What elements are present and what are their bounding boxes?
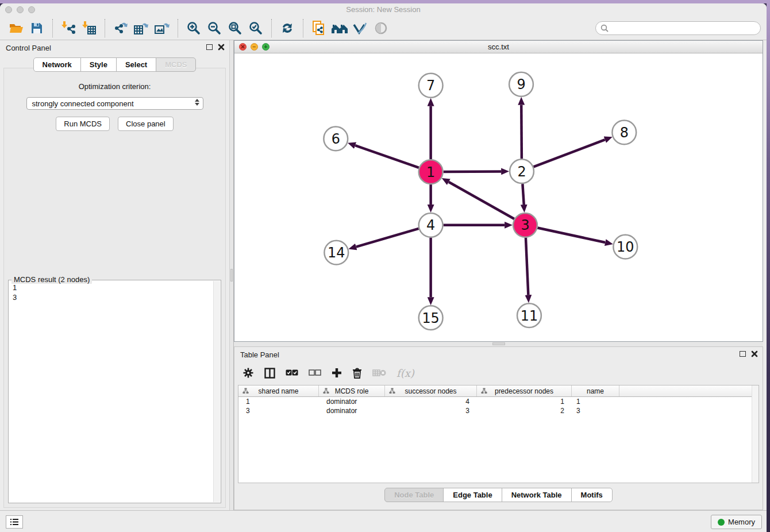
zoom-out-icon[interactable] bbox=[204, 18, 225, 38]
graph-edge-3-10[interactable] bbox=[537, 228, 605, 242]
export-network-icon[interactable] bbox=[110, 18, 131, 38]
column-header-mcds-role[interactable]: MCDS role bbox=[319, 385, 385, 396]
table-cell[interactable]: 1 bbox=[238, 397, 319, 406]
graph-node-1[interactable]: 1 bbox=[419, 160, 443, 184]
table-row[interactable]: 1dominator411 bbox=[238, 397, 759, 406]
run-mcds-button[interactable]: Run MCDS bbox=[56, 117, 110, 131]
table-cell[interactable]: 2 bbox=[477, 406, 572, 415]
column-header-shared-name[interactable]: shared name bbox=[238, 385, 319, 396]
mcds-result-scrollbar[interactable] bbox=[213, 281, 220, 502]
close-window-icon[interactable] bbox=[5, 6, 12, 13]
network-maximize-icon[interactable]: + bbox=[262, 43, 270, 51]
zoom-in-icon[interactable] bbox=[183, 18, 204, 38]
first-neighbors-icon[interactable] bbox=[329, 18, 350, 38]
table-cell[interactable]: 1 bbox=[572, 397, 619, 406]
graph-edge-2-8[interactable] bbox=[533, 140, 605, 167]
graph-edge-1-2[interactable] bbox=[444, 171, 502, 172]
save-session-icon[interactable] bbox=[26, 18, 47, 38]
tab-node-table[interactable]: Node Table bbox=[384, 488, 444, 502]
minimize-window-icon[interactable] bbox=[17, 6, 24, 13]
export-table-icon[interactable] bbox=[131, 18, 152, 38]
tab-network-table[interactable]: Network Table bbox=[502, 488, 572, 502]
graph-node-14[interactable]: 14 bbox=[324, 241, 348, 265]
table-cell[interactable]: 3 bbox=[238, 406, 319, 415]
export-image-icon[interactable] bbox=[152, 18, 172, 38]
splitter-handle[interactable] bbox=[492, 342, 505, 345]
graph-node-10[interactable]: 10 bbox=[613, 235, 637, 259]
table-scrollbar[interactable] bbox=[752, 385, 759, 483]
desktop-background-right bbox=[767, 0, 770, 532]
table-cell[interactable]: 4 bbox=[385, 397, 477, 406]
graph-node-2[interactable]: 2 bbox=[510, 159, 534, 183]
task-history-button[interactable] bbox=[6, 515, 23, 529]
graph-node-7[interactable]: 7 bbox=[419, 74, 443, 98]
tab-edge-table[interactable]: Edge Table bbox=[443, 488, 502, 502]
network-minimize-icon[interactable]: − bbox=[251, 43, 258, 51]
tab-mcds[interactable]: MCDS bbox=[156, 57, 196, 72]
memory-button[interactable]: Memory bbox=[711, 515, 762, 529]
column-type-icon bbox=[481, 388, 487, 394]
graph-edge-3-11[interactable] bbox=[526, 238, 528, 295]
float-panel-icon[interactable] bbox=[206, 44, 213, 50]
graph-node-9[interactable]: 9 bbox=[509, 72, 533, 97]
duplicate-network-icon[interactable] bbox=[309, 18, 329, 38]
network-graph[interactable]: 7968124314101511 bbox=[234, 53, 763, 341]
graph-node-4[interactable]: 4 bbox=[419, 213, 443, 237]
table-cell[interactable]: 1 bbox=[477, 397, 572, 406]
splitter-handle[interactable] bbox=[230, 269, 233, 282]
optimization-criterion-select[interactable]: strongly connected component bbox=[26, 97, 203, 110]
optimization-criterion-label: Optimization criterion: bbox=[4, 82, 225, 91]
close-panel-icon[interactable] bbox=[751, 350, 758, 357]
select-all-icon[interactable] bbox=[286, 369, 298, 376]
network-window-titlebar[interactable]: ✕ − + scc.txt bbox=[234, 41, 763, 53]
graph-edge-2-9[interactable] bbox=[521, 105, 522, 159]
delete-row-icon[interactable] bbox=[352, 368, 362, 379]
network-canvas[interactable]: 7968124314101511 bbox=[234, 53, 763, 341]
graph-edge-3-1[interactable] bbox=[449, 182, 514, 219]
tab-style[interactable]: Style bbox=[80, 57, 117, 72]
maximize-window-icon[interactable] bbox=[28, 6, 35, 13]
tab-network[interactable]: Network bbox=[33, 57, 81, 72]
table-cell[interactable]: dominator bbox=[319, 397, 385, 406]
graph-node-6[interactable]: 6 bbox=[324, 126, 348, 151]
table-cell[interactable]: 3 bbox=[572, 406, 619, 415]
column-header-successor-nodes[interactable]: successor nodes bbox=[385, 385, 477, 396]
graph-node-8[interactable]: 8 bbox=[612, 121, 636, 145]
float-panel-icon[interactable] bbox=[740, 351, 746, 357]
mcds-result-list[interactable]: 13 bbox=[9, 281, 213, 502]
vertical-splitter[interactable] bbox=[229, 40, 234, 510]
mcds-result-item[interactable]: 1 bbox=[13, 283, 209, 292]
search-input[interactable] bbox=[611, 24, 756, 32]
mcds-result-item[interactable]: 3 bbox=[13, 292, 209, 302]
graph-edge-1-6[interactable] bbox=[355, 145, 419, 168]
show-column-icon[interactable] bbox=[264, 368, 275, 379]
node-table[interactable]: shared name MCDS role successor nodes bbox=[238, 385, 759, 483]
column-header-name[interactable]: name bbox=[572, 385, 619, 396]
tab-motifs[interactable]: Motifs bbox=[571, 488, 613, 502]
column-header-predecessor-nodes[interactable]: predecessor nodes bbox=[477, 385, 572, 396]
graph-node-11[interactable]: 11 bbox=[517, 303, 541, 327]
table-row[interactable]: 3dominator323 bbox=[238, 406, 759, 415]
horizontal-splitter[interactable] bbox=[234, 342, 763, 346]
import-network-icon[interactable] bbox=[58, 18, 79, 38]
tab-select[interactable]: Select bbox=[116, 57, 156, 72]
table-cell[interactable]: 3 bbox=[385, 406, 477, 415]
open-session-icon[interactable] bbox=[6, 18, 26, 38]
deselect-all-icon[interactable] bbox=[309, 369, 321, 376]
hide-selected-icon[interactable] bbox=[350, 18, 371, 38]
apply-layout-icon[interactable] bbox=[277, 18, 298, 38]
graph-edge-4-14[interactable] bbox=[356, 229, 419, 247]
table-cell[interactable]: dominator bbox=[319, 406, 385, 415]
search-box[interactable] bbox=[595, 21, 761, 35]
zoom-fit-icon[interactable] bbox=[225, 18, 245, 38]
graph-node-3[interactable]: 3 bbox=[513, 213, 537, 237]
zoom-selected-icon[interactable] bbox=[245, 18, 266, 38]
network-close-icon[interactable]: ✕ bbox=[239, 43, 247, 51]
close-panel-icon[interactable] bbox=[218, 44, 225, 51]
graph-edge-2-3[interactable] bbox=[522, 184, 523, 205]
import-table-icon[interactable] bbox=[79, 18, 99, 38]
table-settings-icon[interactable] bbox=[242, 367, 254, 379]
add-row-icon[interactable] bbox=[332, 368, 342, 378]
graph-node-15[interactable]: 15 bbox=[419, 306, 443, 330]
close-panel-button[interactable]: Close panel bbox=[118, 117, 174, 131]
